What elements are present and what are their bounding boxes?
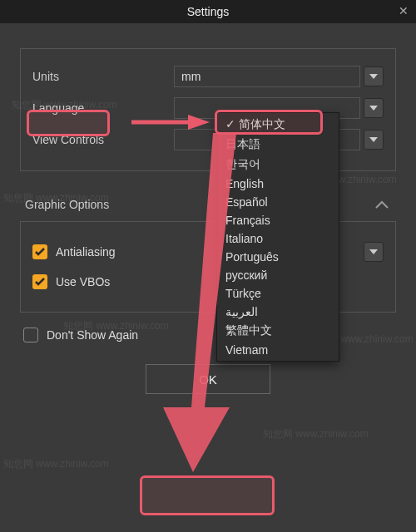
units-dropdown-button[interactable] xyxy=(364,66,384,86)
chevron-up-icon xyxy=(375,200,389,209)
ok-button[interactable]: OK xyxy=(146,364,270,394)
language-option[interactable]: Vietnam xyxy=(217,341,339,359)
language-option[interactable]: Français xyxy=(217,211,339,229)
view-controls-label: View Controls xyxy=(32,133,174,146)
window-title: Settings xyxy=(187,5,230,18)
language-dropdown-button[interactable] xyxy=(364,98,384,118)
chevron-down-icon xyxy=(369,74,378,79)
check-icon xyxy=(35,248,45,256)
view-controls-dropdown-button[interactable] xyxy=(364,130,384,150)
language-option[interactable]: Türkçe xyxy=(217,284,339,303)
close-icon[interactable]: ✕ xyxy=(396,3,411,18)
titlebar: Settings ✕ xyxy=(0,0,416,23)
graphic-options-panel: Antialiasing Use VBOs xyxy=(20,221,396,313)
chevron-down-icon xyxy=(369,249,378,254)
chevron-down-icon xyxy=(369,137,378,142)
language-option[interactable]: Español xyxy=(217,193,339,211)
antialiasing-checkbox[interactable] xyxy=(32,244,47,259)
language-option[interactable]: العربية xyxy=(217,303,339,321)
vbo-label: Use VBOs xyxy=(56,275,110,288)
general-panel: Units mm Language View Controls xyxy=(20,48,396,171)
units-label: Units xyxy=(32,70,174,83)
language-option[interactable]: English xyxy=(217,175,339,193)
language-option[interactable]: Português xyxy=(217,248,339,266)
language-option[interactable]: 日本語 xyxy=(217,135,339,155)
language-option[interactable]: 繁體中文 xyxy=(217,321,339,341)
language-option[interactable]: 简体中文 xyxy=(217,115,339,135)
antialiasing-dropdown-button[interactable] xyxy=(364,242,384,262)
language-option[interactable]: Italiano xyxy=(217,229,339,248)
chevron-down-icon xyxy=(369,106,378,111)
row-units: Units mm xyxy=(32,61,384,92)
watermark: 知您网 www.zhiniw.com xyxy=(3,457,109,471)
units-value: mm xyxy=(181,70,201,83)
watermark: 知您网 www.zhiniw.com xyxy=(263,427,369,441)
units-select[interactable]: mm xyxy=(174,66,360,87)
collapse-button[interactable] xyxy=(373,195,391,214)
graphic-options-header: Graphic Options xyxy=(20,191,396,218)
language-option[interactable]: русский xyxy=(217,266,339,284)
language-option[interactable]: 한국어 xyxy=(217,155,339,175)
ok-label: OK xyxy=(199,372,217,387)
graphic-options-title: Graphic Options xyxy=(25,198,109,211)
highlight-ok-button xyxy=(140,475,275,515)
antialiasing-label: Antialiasing xyxy=(56,245,116,259)
dont-show-row: Don't Show Again xyxy=(23,328,396,342)
dont-show-label: Don't Show Again xyxy=(47,328,138,342)
check-icon xyxy=(35,278,45,286)
language-label: Language xyxy=(32,101,174,115)
language-dropdown-list[interactable]: 简体中文日本語한국어EnglishEspañolFrançaisItaliano… xyxy=(216,112,339,362)
dont-show-checkbox[interactable] xyxy=(23,328,38,342)
vbo-checkbox[interactable] xyxy=(32,274,47,289)
